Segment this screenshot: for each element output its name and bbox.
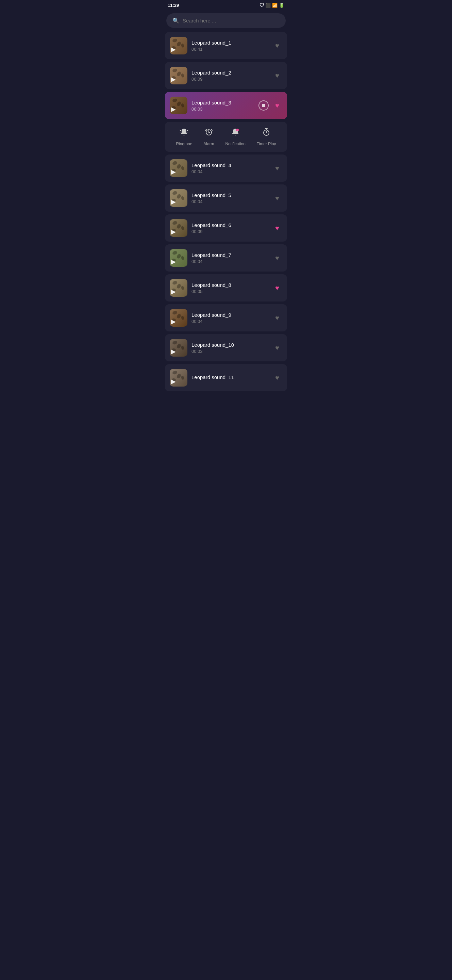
sound-thumbnail-1: ▶ [170, 37, 187, 54]
svg-line-7 [205, 129, 206, 130]
timerPlay-label: Timer Play [257, 142, 276, 146]
battery-icon: 🔋 [279, 3, 284, 8]
play-icon-3: ▶ [171, 105, 176, 113]
sound-name-6: Leopard sound_6 [192, 222, 268, 228]
sound-thumbnail-11: ▶ [170, 369, 187, 387]
sound-list: ▶ Leopard sound_1 00:41 ♥ ▶ Leopard soun… [162, 30, 290, 395]
sound-duration-8: 00:05 [192, 289, 268, 294]
sound-thumbnail-7: ▶ [170, 249, 187, 267]
sound-actions-2: ♥ [272, 70, 282, 81]
sound-thumbnail-6: ▶ [170, 219, 187, 237]
ringtone-label: Ringtone [176, 142, 192, 146]
ringtone-icon [179, 127, 189, 139]
favorite-button-3[interactable]: ♥ [272, 100, 282, 111]
sound-duration-6: 00:09 [192, 229, 268, 234]
sound-item-10[interactable]: ▶ Leopard sound_10 00:03 ♥ [165, 334, 287, 361]
play-icon-1: ▶ [171, 46, 176, 53]
sound-item-8[interactable]: ▶ Leopard sound_8 00:05 ♥ [165, 274, 287, 301]
favorite-button-4[interactable]: ♥ [272, 163, 282, 173]
sound-item-9[interactable]: ▶ Leopard sound_9 00:04 ♥ [165, 304, 287, 331]
sound-info-3: Leopard sound_3 00:03 [192, 100, 254, 111]
sound-info-10: Leopard sound_10 00:03 [192, 342, 268, 354]
sound-name-9: Leopard sound_9 [192, 312, 268, 318]
sound-actions-9: ♥ [272, 313, 282, 323]
sound-item-1[interactable]: ▶ Leopard sound_1 00:41 ♥ [165, 32, 287, 59]
sound-info-9: Leopard sound_9 00:04 [192, 312, 268, 324]
sound-duration-5: 00:04 [192, 199, 268, 204]
stop-button-3[interactable] [259, 100, 269, 111]
sound-thumbnail-10: ▶ [170, 339, 187, 356]
sound-duration-7: 00:04 [192, 259, 268, 264]
sound-item-7[interactable]: ▶ Leopard sound_7 00:04 ♥ [165, 244, 287, 272]
sound-name-8: Leopard sound_8 [192, 282, 268, 288]
sound-item-6[interactable]: ▶ Leopard sound_6 00:09 ♥ [165, 215, 287, 242]
option-timerPlay[interactable]: Timer Play [257, 127, 276, 146]
favorite-button-2[interactable]: ♥ [272, 70, 282, 81]
svg-line-0 [180, 130, 181, 131]
sound-thumbnail-8: ▶ [170, 279, 187, 297]
play-icon-2: ▶ [171, 76, 176, 83]
alarm-icon [204, 127, 214, 139]
sound-actions-1: ♥ [272, 40, 282, 51]
sound-name-10: Leopard sound_10 [192, 342, 268, 348]
sound-item-2[interactable]: ▶ Leopard sound_2 00:09 ♥ [165, 62, 287, 89]
notification-label: Notification [225, 142, 245, 146]
sound-actions-8: ♥ [272, 283, 282, 293]
option-alarm[interactable]: Alarm [203, 127, 214, 146]
sound-info-11: Leopard sound_11 [192, 374, 268, 381]
play-icon-10: ▶ [171, 348, 176, 355]
sound-actions-10: ♥ [272, 343, 282, 353]
favorite-button-8[interactable]: ♥ [272, 283, 282, 293]
favorite-button-10[interactable]: ♥ [272, 343, 282, 353]
favorite-button-7[interactable]: ♥ [272, 253, 282, 263]
favorite-button-6[interactable]: ♥ [272, 223, 282, 233]
play-icon-7: ▶ [171, 258, 176, 266]
sound-item-11[interactable]: ▶ Leopard sound_11 ♥ [165, 364, 287, 391]
status-time: 11:29 [168, 3, 179, 8]
sound-actions-5: ♥ [272, 193, 282, 203]
favorite-button-1[interactable]: ♥ [272, 40, 282, 51]
search-input[interactable] [182, 18, 279, 24]
sound-name-7: Leopard sound_7 [192, 252, 268, 258]
sound-actions-6: ♥ [272, 223, 282, 233]
notification-icon: ! [231, 127, 240, 139]
sound-item-4[interactable]: ▶ Leopard sound_4 00:04 ♥ [165, 154, 287, 182]
sound-name-1: Leopard sound_1 [192, 40, 268, 46]
sound-duration-4: 00:04 [192, 169, 268, 174]
search-icon: 🔍 [173, 18, 179, 24]
search-bar[interactable]: 🔍 [166, 13, 286, 28]
option-notification[interactable]: ! Notification [225, 127, 245, 146]
sound-item-3[interactable]: ▶ Leopard sound_3 00:03 ♥ [165, 92, 287, 119]
sound-info-8: Leopard sound_8 00:05 [192, 282, 268, 294]
sound-item-5[interactable]: ▶ Leopard sound_5 00:04 ♥ [165, 185, 287, 212]
sound-actions-11: ♥ [272, 372, 282, 383]
svg-line-2 [187, 130, 188, 131]
option-ringtone[interactable]: Ringtone [176, 127, 192, 146]
sound-duration-10: 00:03 [192, 349, 268, 354]
sound-info-5: Leopard sound_5 00:04 [192, 192, 268, 204]
rotation-icon: ⬛ [265, 3, 271, 8]
favorite-button-5[interactable]: ♥ [272, 193, 282, 203]
play-icon-5: ▶ [171, 198, 176, 205]
sound-thumbnail-9: ▶ [170, 309, 187, 327]
sound-duration-3: 00:03 [192, 107, 254, 111]
expanded-options: Ringtone Alarm ! Notification [165, 122, 287, 152]
sound-name-2: Leopard sound_2 [192, 70, 268, 76]
svg-line-8 [211, 129, 212, 130]
sound-thumbnail-4: ▶ [170, 159, 187, 177]
favorite-button-9[interactable]: ♥ [272, 313, 282, 323]
favorite-button-11[interactable]: ♥ [272, 372, 282, 383]
timerPlay-icon [262, 127, 271, 139]
sound-info-6: Leopard sound_6 00:09 [192, 222, 268, 234]
sound-duration-9: 00:04 [192, 319, 268, 324]
sound-actions-7: ♥ [272, 253, 282, 263]
shield-icon: 🛡 [260, 3, 264, 8]
play-icon-11: ▶ [171, 378, 176, 385]
sound-info-1: Leopard sound_1 00:41 [192, 40, 268, 52]
sound-duration-2: 00:09 [192, 76, 268, 82]
sound-info-4: Leopard sound_4 00:04 [192, 162, 268, 174]
sound-thumbnail-3: ▶ [170, 97, 187, 115]
sound-actions-4: ♥ [272, 163, 282, 173]
play-icon-8: ▶ [171, 288, 176, 295]
status-icons: 🛡 ⬛ 📶 🔋 [260, 3, 284, 8]
